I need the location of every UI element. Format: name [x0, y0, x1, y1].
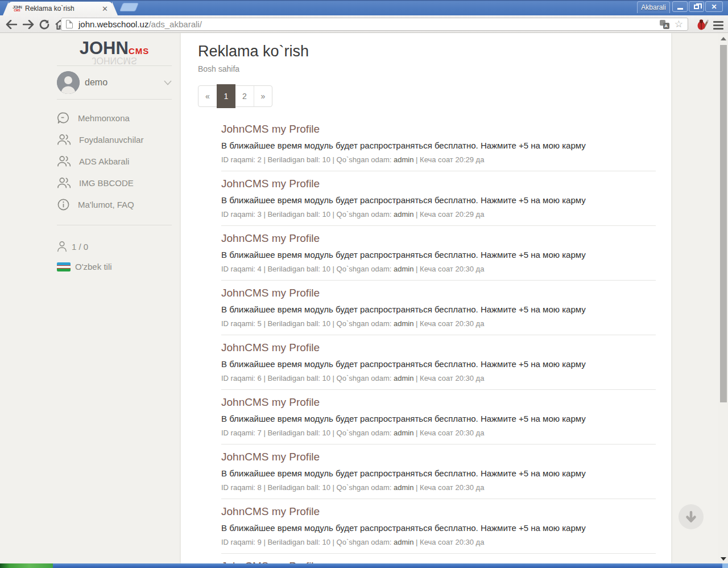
ad-list-item: JohnCMS my Profile — [221, 554, 656, 563]
users-icon — [57, 133, 71, 146]
sidebar-menu: Mehmonxona Foydalanuvchilar ADS Akbarali… — [57, 107, 172, 215]
restore-icon — [694, 5, 699, 9]
ad-meta-pre: ID raqami: 3 | Beriladigan ball: 10 | Qo… — [221, 210, 394, 219]
sidebar-item-label: Mehmonxona — [78, 113, 130, 123]
ad-title-link[interactable]: JohnCMS my Profile — [221, 451, 656, 463]
ad-title-link[interactable]: JohnCMS my Profile — [221, 232, 656, 245]
sidebar-item-img-bbcode[interactable]: IMG BBCODE — [57, 172, 172, 194]
ad-title-link[interactable]: JohnCMS my Profile — [221, 287, 656, 299]
ad-meta-pre: ID raqami: 7 | Beriladigan ball: 10 | Qo… — [221, 429, 394, 437]
ad-body-text: В ближайшее время модуль будет распростр… — [221, 468, 656, 479]
main-content: Reklama ko`rish Bosh sahifa « 1 2 » John… — [181, 33, 671, 563]
sidebar-item-label: ADS Akbarali — [79, 157, 129, 166]
ad-author: admin — [394, 429, 413, 437]
minimize-button[interactable] — [672, 1, 688, 12]
ad-title-link[interactable]: JohnCMS my Profile — [221, 123, 656, 135]
ad-meta-post: | Кеча соат 20:29 да — [413, 210, 484, 219]
browser-window: JOHN CMS Reklama ko`rish ✕ Akbarali ✕ — [0, 0, 728, 568]
language-selector[interactable]: O'zbek tili — [57, 262, 172, 271]
tab-close-icon[interactable]: ✕ — [102, 5, 108, 13]
scrollbar-down-icon[interactable] — [721, 557, 726, 561]
ad-meta-pre: ID raqami: 9 | Beriladigan ball: 10 | Qo… — [221, 538, 394, 546]
scrollbar[interactable] — [718, 33, 728, 563]
profile-button[interactable]: Akbarali — [637, 1, 670, 13]
ad-author: admin — [394, 265, 413, 273]
ad-body-text: В ближайшее время модуль будет распростр… — [221, 304, 656, 315]
scroll-down-button[interactable] — [679, 504, 704, 529]
bug-extension-button[interactable] — [696, 18, 709, 31]
info-icon — [57, 198, 70, 211]
chrome-menu-button[interactable] — [713, 21, 723, 31]
person-icon — [57, 241, 67, 252]
ad-title-link[interactable]: JohnCMS my Profile — [221, 341, 656, 354]
ad-meta-pre: ID raqami: 5 | Beriladigan ball: 10 | Qo… — [221, 319, 394, 328]
url-text[interactable]: john.webschool.uz/ads_akbarali/ — [78, 19, 202, 29]
ad-list-item: JohnCMS my Profile В ближайшее время мод… — [221, 444, 656, 499]
forward-icon — [23, 20, 34, 29]
user-name: demo — [85, 77, 159, 88]
ad-meta-post: | Кеча соат 20:30 да — [413, 319, 484, 328]
scrollbar-up-icon[interactable] — [721, 37, 726, 40]
sidebar-item-malumot-faq[interactable]: Ma'lumot, FAQ — [57, 194, 172, 215]
reload-button[interactable] — [38, 18, 51, 31]
sidebar-item-mehmonxona[interactable]: Mehmonxona — [57, 107, 172, 129]
back-icon — [6, 20, 17, 29]
address-bar[interactable]: john.webschool.uz/ads_akbarali/ A ☆ — [61, 18, 688, 31]
arrow-down-icon — [684, 509, 698, 524]
ad-title-link[interactable]: JohnCMS my Profile — [221, 396, 656, 409]
close-button[interactable]: ✕ — [705, 1, 723, 12]
sidebar-item-ads-akbarali[interactable]: ADS Akbarali — [57, 150, 172, 172]
forward-button[interactable] — [22, 18, 35, 31]
uzbekistan-flag-icon — [57, 262, 71, 271]
sidebar: JOHNCMS JOHNCMS demo Mehmonxona — [57, 33, 172, 271]
ad-meta: ID raqami: 3 | Beriladigan ball: 10 | Qo… — [221, 210, 656, 219]
bug-extension-icon — [696, 18, 709, 31]
page-viewport: JOHNCMS JOHNCMS demo Mehmonxona — [0, 33, 728, 563]
window-bottom-border — [0, 563, 728, 568]
ad-title-link[interactable]: JohnCMS my Profile — [221, 178, 656, 190]
sidebar-item-label: Foydalanuvchilar — [79, 135, 143, 145]
ad-author: admin — [394, 538, 413, 546]
sidebar-item-label: IMG BBCODE — [79, 178, 134, 188]
border-light-segment — [722, 563, 728, 568]
ad-author: admin — [394, 483, 413, 492]
ad-meta-pre: ID raqami: 4 | Beriladigan ball: 10 | Qo… — [221, 265, 394, 273]
ad-meta-post: | Кеча соат 20:29 да — [413, 155, 484, 164]
scrollbar-thumb[interactable] — [720, 45, 727, 402]
tab-title: Reklama ko`rish — [25, 5, 98, 13]
pagination-next[interactable]: » — [254, 86, 272, 106]
new-tab-button[interactable] — [119, 3, 139, 11]
browser-toolbar: john.webschool.uz/ads_akbarali/ A ☆ — [0, 15, 728, 33]
online-counter[interactable]: 1 / 0 — [57, 241, 172, 252]
sidebar-item-foydalanuvchilar[interactable]: Foydalanuvchilar — [57, 129, 172, 150]
ad-body-text: В ближайшее время модуль будет распростр… — [221, 359, 656, 369]
chat-icon — [57, 112, 70, 125]
page-icon — [66, 20, 73, 28]
johncms-logo: JOHNCMS — [57, 39, 172, 57]
users-icon — [57, 155, 71, 167]
ad-meta-post: | Кеча соат 20:30 да — [413, 483, 484, 492]
ad-meta: ID raqami: 9 | Beriladigan ball: 10 | Qo… — [221, 538, 656, 546]
user-menu[interactable]: demo — [57, 66, 172, 99]
close-icon: ✕ — [711, 3, 717, 11]
divider — [57, 225, 172, 225]
ad-meta: ID raqami: 8 | Beriladigan ball: 10 | Qo… — [221, 483, 656, 492]
users-icon — [57, 176, 71, 189]
pagination-page-1[interactable]: 1 — [217, 84, 235, 108]
ad-title-link[interactable]: JohnCMS my Profile — [221, 505, 656, 518]
pagination-page-2[interactable]: 2 — [235, 86, 254, 106]
ad-meta-post: | Кеча соат 20:30 да — [413, 374, 484, 382]
pagination-prev[interactable]: « — [198, 86, 217, 106]
restore-button[interactable] — [689, 1, 704, 12]
ad-meta-pre: ID raqami: 6 | Beriladigan ball: 10 | Qo… — [221, 374, 394, 382]
browser-tab[interactable]: JOHN CMS Reklama ko`rish ✕ — [8, 2, 113, 15]
window-controls: ✕ — [672, 1, 723, 12]
ad-meta-post: | Кеча соат 20:30 да — [413, 265, 484, 273]
back-button[interactable] — [5, 18, 18, 31]
ad-list-item: JohnCMS my Profile В ближайшее время мод… — [221, 390, 656, 444]
translate-icon[interactable]: A — [660, 20, 669, 29]
reload-icon — [39, 19, 49, 30]
breadcrumb[interactable]: Bosh sahifa — [198, 64, 671, 73]
bookmark-star-icon[interactable]: ☆ — [675, 19, 683, 29]
language-label: O'zbek tili — [75, 262, 112, 271]
